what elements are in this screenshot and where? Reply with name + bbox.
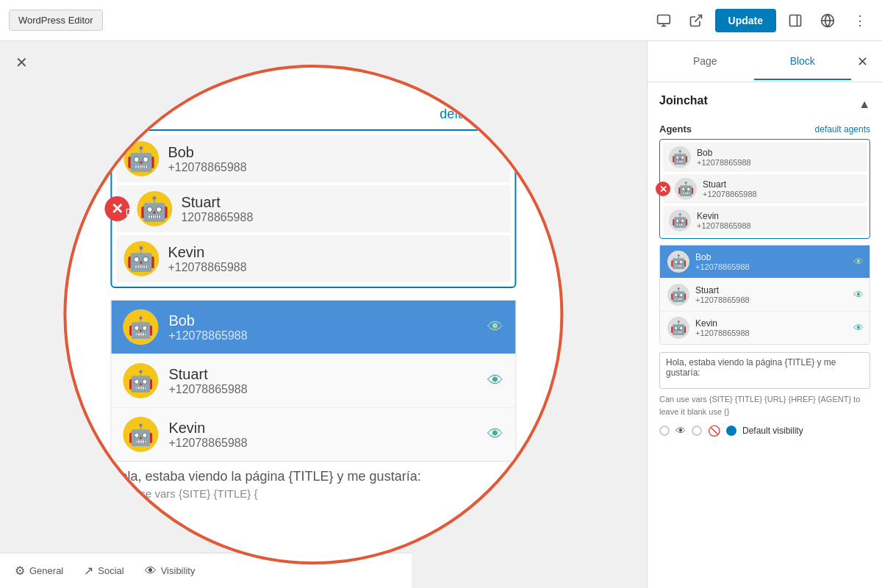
mini-dropdown-stuart-info: Stuart +12078865988 [695, 285, 750, 304]
mini-bob-avatar: 🤖 [669, 146, 691, 168]
translate-icon[interactable] [814, 7, 841, 34]
mini-stuart-remove-button[interactable]: ✕ ☞ [656, 182, 670, 196]
kevin-info: Kevin +12078865988 [168, 244, 503, 274]
joinchat-panel: Joinchat ▲ Agents default agents 🤖 Bob [659, 94, 870, 437]
mini-dropdown-kevin-avatar: 🤖 [667, 317, 689, 339]
agents-dropdown: 🤖 Bob +12078865988 👁 🤖 [110, 300, 516, 462]
radio-1[interactable] [659, 426, 670, 436]
mini-dropdown-stuart-avatar: 🤖 [667, 284, 689, 306]
svg-rect-0 [657, 15, 670, 24]
mini-bob-info: Bob +12078865988 [697, 148, 751, 167]
hidden-option: 🚫 [708, 425, 720, 437]
selected-agents-box: 🤖 Bob +12078865988 ✕ ☞ 🤖 [110, 129, 516, 288]
stuart-remove-button[interactable]: ✕ ☞ [104, 196, 129, 221]
mini-stuart-info: Stuart +12078865988 [703, 179, 757, 198]
bob-visibility-icon: 👁 [487, 318, 503, 337]
collapse-icon[interactable]: ▲ [858, 98, 870, 111]
mini-kevin-info: Kevin +12078865988 [697, 211, 751, 230]
social-icon: ↗ [84, 564, 93, 578]
dropdown-bob-phone: +12078865988 [168, 329, 503, 343]
mini-dropdown-bob[interactable]: 🤖 Bob +12078865988 👁 [660, 245, 870, 279]
mini-default-link[interactable]: default agents [815, 124, 870, 135]
circle-zoom-overlay: Agents default agent 🤖 Bob +12078865988 [63, 65, 563, 564]
visibility-icon: 👁 [145, 564, 157, 578]
kevin-phone: +12078865988 [168, 261, 503, 274]
vars-hint-content: Can use vars {SITE} {TITLE} {URL} {HREF}… [659, 395, 860, 416]
update-button[interactable]: Update [715, 9, 776, 32]
dropdown-kevin[interactable]: 🤖 Kevin +12078865988 👁 [111, 408, 515, 461]
eye-option-1: 👁 [675, 425, 686, 437]
mini-stuart-name: Stuart [703, 179, 757, 190]
dropdown-bob[interactable]: 🤖 Bob +12078865988 👁 [111, 301, 515, 354]
mini-selected-kevin: 🤖 Kevin +12078865988 [663, 206, 867, 235]
mini-bob-name: Bob [697, 148, 751, 158]
mini-dropdown-bob-name: Bob [695, 252, 750, 262]
mini-kevin-eye-icon: 👁 [853, 322, 864, 334]
mini-agents-dropdown: 🤖 Bob +12078865988 👁 🤖 Stuart +120788659… [659, 245, 870, 345]
selected-agent-kevin: 🤖 Kevin +12078865988 [116, 235, 510, 282]
bob-info: Bob +12078865988 [168, 144, 503, 174]
radio-2[interactable] [692, 426, 702, 436]
mini-dropdown-kevin-info: Kevin +12078865988 [695, 318, 750, 337]
message-text: Hola, estaba viendo la página {TITLE} y … [110, 469, 516, 484]
mini-kevin-phone: +12078865988 [697, 221, 751, 230]
sidebar-close-button[interactable]: ✕ [851, 51, 873, 73]
stuart-avatar: 🤖 [137, 191, 172, 226]
dropdown-bob-info: Bob +12078865988 [168, 312, 503, 343]
editor-area: ✕ Agents default agent 🤖 [0, 41, 647, 588]
monitor-icon[interactable] [650, 7, 677, 34]
dropdown-bob-avatar: 🤖 [123, 309, 158, 345]
visibility-tab[interactable]: 👁 Visibility [145, 564, 196, 578]
mini-dropdown-kevin-phone: +12078865988 [695, 329, 750, 337]
social-tab[interactable]: ↗ Social [84, 564, 123, 578]
dropdown-bob-name: Bob [168, 312, 503, 329]
message-preview-text[interactable]: Hola, estaba viendo la página {TITLE} y … [659, 352, 870, 389]
dropdown-stuart[interactable]: 🤖 Stuart +12078865988 👁 [111, 354, 515, 408]
dropdown-stuart-info: Stuart +12078865988 [168, 366, 503, 396]
main-layout: ✕ Agents default agent 🤖 [0, 41, 882, 588]
page-tab[interactable]: Page [656, 43, 754, 80]
vars-hint: Can use vars {SITE} {TITLE} {URL} {HREF}… [659, 393, 870, 417]
mini-dropdown-stuart-name: Stuart [695, 285, 750, 295]
default-agent-link[interactable]: default agent [440, 107, 516, 122]
joinchat-title: Joinchat [659, 94, 708, 107]
circle-content: Agents default agent 🤖 Bob +12078865988 [66, 68, 560, 562]
right-sidebar: Page Block ✕ Joinchat ▲ Agents default a… [647, 41, 882, 588]
selected-agent-bob: 🤖 Bob +12078865988 [116, 135, 510, 182]
mini-dropdown-bob-info: Bob +12078865988 [695, 252, 750, 271]
editor-title: WordPress Editor [9, 10, 103, 31]
sidebar-content: Joinchat ▲ Agents default agents 🤖 Bob [648, 82, 882, 588]
mini-stuart-phone: +12078865988 [703, 190, 757, 198]
message-textarea-wrap: Hola, estaba viendo la página {TITLE} y … [659, 352, 870, 389]
dropdown-stuart-phone: +12078865988 [168, 383, 503, 396]
more-options-icon[interactable]: ⋮ [847, 7, 873, 34]
visibility-label: Visibility [161, 565, 196, 576]
stuart-phone: 12078865988 [181, 211, 503, 224]
svg-line-3 [695, 15, 701, 21]
mini-dropdown-bob-phone: +12078865988 [695, 262, 750, 271]
general-tab[interactable]: ⚙ General [15, 564, 63, 578]
agents-header: Agents default agent [110, 104, 516, 123]
mini-agents-header: Agents default agents [659, 123, 870, 135]
general-label: General [29, 565, 63, 576]
mini-dropdown-stuart[interactable]: 🤖 Stuart +12078865988 👁 [660, 279, 870, 312]
selected-agent-stuart: ✕ ☞ 🤖 Stuart 12078865988 [116, 185, 510, 232]
mini-bob-eye-icon: 👁 [853, 256, 864, 268]
external-link-icon[interactable] [683, 7, 709, 34]
stuart-name: Stuart [181, 194, 503, 211]
joinchat-header: Joinchat ▲ [659, 94, 870, 115]
vars-hint-text: Can use vars {SITE} {TITLE} { [110, 487, 516, 500]
visibility-row: 👁 🚫 Default visibility [659, 425, 870, 437]
sidebar-tabs: Page Block ✕ [648, 41, 882, 82]
bob-name: Bob [168, 144, 503, 161]
mini-kevin-avatar: 🤖 [669, 209, 691, 232]
mini-dropdown-kevin[interactable]: 🤖 Kevin +12078865988 👁 [660, 312, 870, 344]
sidebar-toggle-icon[interactable] [782, 7, 808, 34]
block-tab[interactable]: Block [754, 43, 852, 80]
close-editor-button[interactable]: ✕ [10, 51, 32, 74]
agents-label: Agents [110, 104, 165, 123]
default-visibility-label: Default visibility [742, 426, 803, 436]
mini-agents-label: Agents [659, 123, 692, 135]
radio-3[interactable] [726, 426, 736, 436]
dropdown-kevin-info: Kevin +12078865988 [168, 420, 503, 450]
